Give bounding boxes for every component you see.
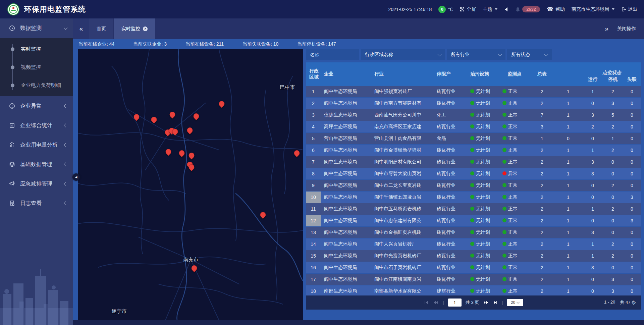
table-row[interactable]: 1 阆中生态环境局 阆中强锐页岩砖厂 砖瓦行业 无计划 正常 2 1 1 2 0	[306, 86, 641, 97]
logout-button[interactable]: 退出	[621, 6, 637, 12]
table-row[interactable]: 15 阆中生态环境局 阆中市光富页岩机砖厂 砖瓦行业 无计划 正常 2 1 1 …	[306, 250, 641, 262]
sidebar-item-company-abnormal[interactable]: 企业异常	[0, 96, 73, 116]
table-row[interactable]: 8 阆中生态环境局 阆中市枣碧大梁山页岩 砖瓦行业 无计划 异常 2 1 3 0	[306, 168, 641, 179]
col-total-meter: 总表	[530, 62, 554, 86]
cell-running: 0	[582, 195, 603, 200]
map-city-label: 巴中市	[280, 84, 295, 91]
status-dot	[502, 113, 506, 117]
notifications[interactable]: 2632	[516, 6, 540, 12]
industry-select[interactable]: 所有行业	[447, 49, 505, 60]
sidebar-item-power-load-detail[interactable]: 企业电力负荷明细	[0, 76, 73, 94]
table-row[interactable]: 9 阆中生态环境局 阆中市二龙长宝页岩砖 砖瓦行业 无计划 正常 2 1 0 2	[306, 180, 641, 191]
cell-treatment: 正常	[499, 276, 530, 282]
sidebar-item-base-data[interactable]: 基础数据管理	[0, 155, 73, 174]
sidebar-item-power-analysis[interactable]: 企业用电量分析	[0, 135, 73, 155]
table-row[interactable]: 2 阆中生态环境局 阆中市南方节能建材有 砖瓦行业 无计划 正常 2 1 0 3	[306, 98, 641, 109]
sidebar-item-company-statistics[interactable]: 企业综合统计	[0, 116, 73, 135]
cell-region: 南部生态环境局	[321, 288, 371, 294]
cell-stopped: 2	[603, 89, 623, 94]
table-row[interactable]: 10 阆中生态环境局 阆中千佛镇五郎垭页岩 砖瓦行业 无计划 正常 2 1 0 …	[306, 192, 641, 203]
status-dot	[502, 171, 506, 175]
map-panel[interactable]: 巴中市 南充市 遂宁市	[78, 49, 303, 320]
row-number: 2	[306, 98, 321, 109]
sidebar-item-video-monitoring[interactable]: 视频监控	[0, 58, 73, 76]
page-number-input[interactable]	[448, 299, 462, 307]
cell-monitor-points: 2	[530, 183, 554, 188]
cell-company: 营山县润丰肉食品有限	[371, 136, 433, 142]
sidebar-item-data-monitoring[interactable]: 数据监测	[0, 18, 73, 38]
cell-company: 阆中千佛镇五郎垭页岩	[371, 194, 433, 200]
panel-collapse-handle[interactable]: ◀	[72, 173, 80, 181]
cell-production: 无计划	[467, 171, 499, 177]
cell-region: 高坪生态环境局	[321, 124, 371, 130]
cell-running: 0	[582, 183, 603, 188]
tab-home[interactable]: 首页	[89, 18, 113, 39]
stats-bar: 当前在线企业: 44 当前失联企业: 3 当前在线设备: 211 当前失联设备:…	[73, 39, 644, 49]
theme-dropdown[interactable]: 主题	[483, 6, 497, 12]
close-operations-button[interactable]: 关闭操作	[617, 26, 636, 32]
cell-running: 3	[582, 112, 603, 118]
table-row[interactable]: 18 南部生态环境局 南部县新华水泥有限公 建材行业 无计划 正常 2 1 0 …	[306, 285, 641, 295]
close-icon[interactable]: ×	[143, 26, 148, 31]
cell-total-meter: 1	[554, 124, 582, 129]
tab-realtime-monitoring[interactable]: 实时监控 ×	[114, 18, 155, 39]
cell-region: 阆中生态环境局	[321, 147, 371, 153]
cell-industry: 砖瓦行业	[433, 147, 467, 153]
cell-industry: 砖瓦行业	[433, 241, 467, 247]
fullscreen-button[interactable]: 全屏	[460, 6, 476, 12]
table-row[interactable]: 7 阆中生态环境局 阆中明阳建材有限公司 砖瓦行业 无计划 正常 2 1 3 0	[306, 156, 641, 168]
table-row[interactable]: 11 阆中生态环境局 阆中市五马桥页岩机砖 砖瓦行业 无计划 正常 2 1 1 …	[306, 203, 641, 215]
cell-company: 阆中市二龙长宝页岩砖	[371, 182, 433, 188]
cell-production: 无计划	[467, 194, 499, 200]
table-row[interactable]: 4 高坪生态环境局 南充市高坪区王家店建 砖瓦行业 无计划 正常 3 1 2 2	[306, 121, 641, 132]
table-row[interactable]: 3 仪陇生态环境局 西南油气田分公司川中 化工 无计划 正常 7 1 3 5 0	[306, 109, 641, 121]
cell-production: 无计划	[467, 147, 499, 153]
submenu-data-monitoring: 实时监控 视频监控 企业电力负荷明细	[0, 38, 73, 96]
status-dot	[470, 148, 474, 152]
cell-stopped: 2	[603, 148, 623, 153]
cell-running: 1	[582, 89, 603, 94]
bell-icon	[516, 7, 520, 12]
cell-total-meter: 1	[554, 171, 582, 176]
col-offline: 失联	[623, 76, 641, 86]
table-row[interactable]: 12 阆中生态环境局 阆中市忠信建材有限公 砖瓦行业 无计划 正常 2 1 0 …	[306, 215, 641, 226]
first-page-button[interactable]	[424, 300, 429, 305]
tab-scroll-left-button[interactable]: «	[73, 18, 89, 39]
cell-production: 无计划	[467, 136, 499, 142]
cell-treatment: 正常	[499, 194, 530, 200]
cell-monitor-points: 7	[530, 112, 554, 118]
cell-running: 0	[582, 218, 603, 223]
table-row[interactable]: 13 阆中生态环境局 阆中市金福旺页岩机砖 砖瓦行业 无计划 正常 2 1 3 …	[306, 227, 641, 238]
prev-page-button[interactable]	[433, 300, 439, 305]
cell-stopped: 2	[603, 183, 623, 188]
table-row[interactable]: 5 营山生态环境局 营山县润丰肉食品有限 食品 无计划 正常 1 0 0 1 0	[306, 133, 641, 144]
user-dropdown[interactable]: 南充市生态环境局	[572, 6, 614, 12]
sidebar-item-realtime-monitoring[interactable]: 实时监控	[0, 40, 73, 58]
cell-company: 阆中市金博瑞新型墙材	[371, 147, 433, 153]
table-row[interactable]: 6 阆中生态环境局 阆中市金博瑞新型墙材 砖瓦行业 无计划 正常 2 1 1 2	[306, 145, 641, 156]
next-page-button[interactable]	[483, 300, 489, 305]
page-size-select[interactable]: 20	[507, 299, 523, 306]
cell-region: 阆中生态环境局	[321, 89, 371, 95]
table-row[interactable]: 16 阆中生态环境局 阆中市石子页岩机砖厂 砖瓦行业 无计划 正常 2 1 3 …	[306, 262, 641, 273]
pagination-bar: | 共 3 页 | 20	[306, 295, 641, 310]
table-row[interactable]: 17 阆中生态环境局 阆中市江南镇阆南页岩 砖瓦行业 无计划 正常 2 1 0 …	[306, 274, 641, 285]
name-search-input[interactable]	[306, 49, 359, 60]
sidebar-item-log-view[interactable]: 日志查看	[0, 194, 73, 213]
region-select[interactable]: 行政区域名称	[361, 49, 445, 60]
submenu-label: 视频监控	[21, 64, 41, 70]
cell-treatment: 正常	[499, 265, 530, 271]
sidebar-item-emergency-reduction[interactable]: 应急减排管理	[0, 174, 73, 194]
last-page-button[interactable]	[493, 300, 498, 305]
cell-company: 阆中市光富页岩机砖厂	[371, 253, 433, 259]
cell-total-meter: 1	[554, 218, 582, 223]
help-button[interactable]: ☎ 帮助	[547, 6, 565, 12]
cell-offline: 0	[623, 171, 641, 176]
col-company: 企业	[321, 62, 371, 86]
table-row[interactable]: 14 阆中生态环境局 阆中大兴页岩机砖厂 砖瓦行业 无计划 正常 2 1 1 2	[306, 238, 641, 250]
tab-scroll-right-button[interactable]: »	[605, 25, 608, 33]
sound-button[interactable]	[504, 7, 509, 12]
cell-running: 0	[582, 136, 603, 141]
cell-total-meter: 1	[554, 288, 582, 294]
status-select[interactable]: 所有状态	[507, 49, 552, 60]
